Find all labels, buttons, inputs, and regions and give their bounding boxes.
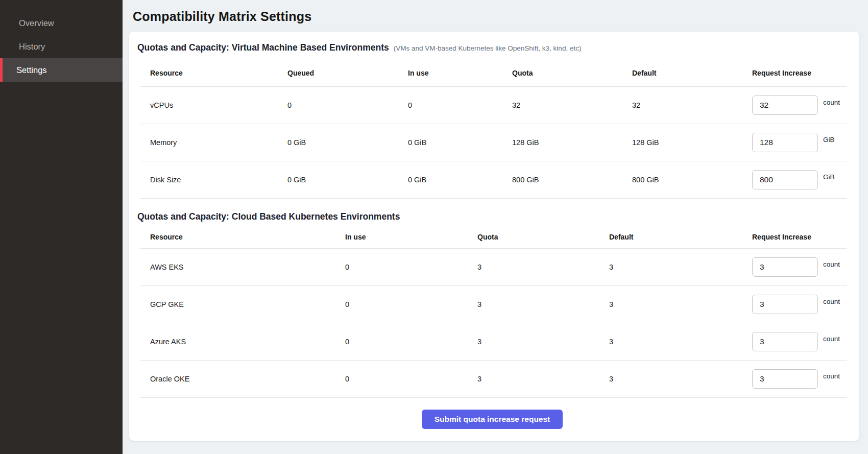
sidebar-item-history[interactable]: History <box>0 35 123 58</box>
resource-name: AWS EKS <box>140 263 345 271</box>
default-value: 3 <box>609 263 752 271</box>
table-row-memory: Memory 0 GiB 0 GiB 128 GiB 128 GiB GiB <box>140 124 847 161</box>
column-header-default: Default <box>609 233 752 241</box>
request-increase-input-azure-aks[interactable] <box>752 332 818 351</box>
main-content: Compatibility Matrix Settings Quotas and… <box>123 0 868 454</box>
request-increase-cell: count <box>752 295 847 314</box>
request-increase-cell: count <box>752 369 847 389</box>
in-use-value: 0 GiB <box>408 138 512 147</box>
queued-value: 0 GiB <box>287 176 408 184</box>
default-value: 800 GiB <box>632 176 752 184</box>
column-header-default: Default <box>632 69 752 77</box>
unit-label: count <box>823 260 840 268</box>
page-title: Compatibility Matrix Settings <box>123 0 868 24</box>
vm-section-title: Quotas and Capacity: Virtual Machine Bas… <box>137 32 847 53</box>
sidebar: Overview History Settings <box>0 0 123 454</box>
resource-name: Azure AKS <box>140 338 345 346</box>
column-header-request-increase: Request Increase <box>752 69 847 77</box>
cloud-quota-table: Resource In use Quota Default Request In… <box>140 222 847 398</box>
default-value: 3 <box>609 300 752 308</box>
in-use-value: 0 <box>345 338 477 346</box>
column-header-quota: Quota <box>477 233 609 241</box>
table-header-row: Resource In use Quota Default Request In… <box>140 222 847 249</box>
queued-value: 0 GiB <box>287 138 408 147</box>
sidebar-item-overview[interactable]: Overview <box>0 11 123 35</box>
in-use-value: 0 GiB <box>408 176 512 184</box>
table-row-oracle-oke: Oracle OKE 0 3 3 count <box>140 361 847 398</box>
submit-quota-increase-button[interactable]: Submit quota increase request <box>422 410 563 429</box>
in-use-value: 0 <box>345 263 477 271</box>
unit-label: GiB <box>823 136 835 144</box>
unit-label: count <box>823 99 840 106</box>
quota-value: 3 <box>477 375 609 383</box>
quota-value: 3 <box>477 263 609 271</box>
resource-name: Disk Size <box>140 176 287 184</box>
in-use-value: 0 <box>345 375 477 383</box>
request-increase-input-aws-eks[interactable] <box>752 257 818 277</box>
quota-value: 32 <box>512 101 632 109</box>
unit-label: GiB <box>823 173 835 181</box>
in-use-value: 0 <box>345 300 477 308</box>
unit-label: count <box>823 335 840 343</box>
vm-section-heading: Quotas and Capacity: Virtual Machine Bas… <box>137 42 389 53</box>
resource-name: Oracle OKE <box>140 375 345 383</box>
sidebar-item-label: Settings <box>16 65 47 75</box>
request-increase-cell: GiB <box>752 170 847 189</box>
card-footer: Submit quota increase request <box>137 398 847 441</box>
table-row-azure-aks: Azure AKS 0 3 3 count <box>140 323 847 361</box>
vm-section-subtitle: (VMs and VM-based Kubernetes like OpenSh… <box>394 44 582 52</box>
request-increase-cell: GiB <box>752 133 847 152</box>
table-row-aws-eks: AWS EKS 0 3 3 count <box>140 249 847 286</box>
column-header-resource: Resource <box>140 69 287 77</box>
request-increase-cell: count <box>752 332 847 351</box>
column-header-queued: Queued <box>287 69 408 77</box>
table-row-vcpus: vCPUs 0 0 32 32 count <box>140 87 847 124</box>
request-increase-input-disk-size[interactable] <box>752 170 818 189</box>
request-increase-cell: count <box>752 95 847 115</box>
resource-name: vCPUs <box>140 101 287 109</box>
unit-label: count <box>823 372 840 380</box>
quota-value: 3 <box>477 338 609 346</box>
sidebar-item-settings[interactable]: Settings <box>0 58 123 82</box>
cloud-section-title: Quotas and Capacity: Cloud Based Kuberne… <box>137 199 847 222</box>
column-header-in-use: In use <box>345 233 477 241</box>
vm-quota-table: Resource Queued In use Quota Default Req… <box>140 53 847 199</box>
settings-card: Quotas and Capacity: Virtual Machine Bas… <box>129 32 859 441</box>
queued-value: 0 <box>287 101 408 109</box>
in-use-value: 0 <box>408 101 512 109</box>
table-row-disk-size: Disk Size 0 GiB 0 GiB 800 GiB 800 GiB Gi… <box>140 161 847 199</box>
resource-name: Memory <box>140 138 287 147</box>
default-value: 3 <box>609 375 752 383</box>
request-increase-input-oracle-oke[interactable] <box>752 369 818 389</box>
request-increase-input-memory[interactable] <box>752 133 818 152</box>
quota-value: 128 GiB <box>512 138 632 147</box>
default-value: 32 <box>632 101 752 109</box>
quota-value: 800 GiB <box>512 176 632 184</box>
column-header-in-use: In use <box>408 69 512 77</box>
quota-value: 3 <box>477 300 609 308</box>
column-header-quota: Quota <box>512 69 632 77</box>
cloud-section-heading: Quotas and Capacity: Cloud Based Kuberne… <box>137 211 400 222</box>
default-value: 3 <box>609 338 752 346</box>
sidebar-item-label: Overview <box>19 18 54 28</box>
unit-label: count <box>823 298 840 305</box>
column-header-request-increase: Request Increase <box>752 233 847 241</box>
default-value: 128 GiB <box>632 138 752 147</box>
resource-name: GCP GKE <box>140 300 345 308</box>
table-row-gcp-gke: GCP GKE 0 3 3 count <box>140 286 847 323</box>
column-header-resource: Resource <box>140 233 345 241</box>
sidebar-item-label: History <box>19 42 45 52</box>
request-increase-cell: count <box>752 257 847 277</box>
table-header-row: Resource Queued In use Quota Default Req… <box>140 53 847 87</box>
request-increase-input-gcp-gke[interactable] <box>752 295 818 314</box>
request-increase-input-vcpus[interactable] <box>752 95 818 115</box>
